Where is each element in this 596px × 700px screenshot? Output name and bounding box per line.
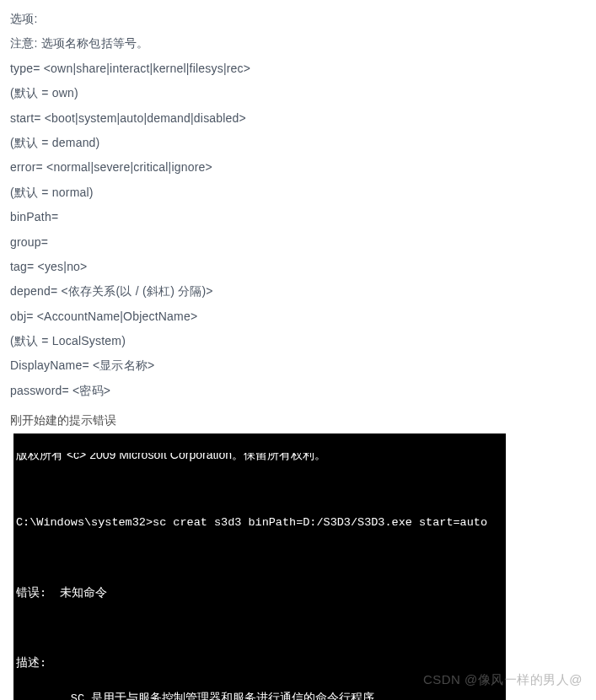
terminal-desc-label: 描述: — [13, 655, 506, 673]
terminal-blank — [13, 550, 506, 568]
option-depend: depend= <依存关系(以 / (斜杠) 分隔)> — [10, 279, 586, 304]
option-obj-default: (默认 = LocalSystem) — [10, 329, 586, 353]
terminal-cmd-line: C:\Windows\system32>sc creat s3d3 binPat… — [13, 514, 506, 532]
terminal-error: 版权所有 <c> 2009 Microsoft Corporation。保留所有… — [13, 433, 506, 700]
option-password: password= <密码> — [10, 379, 586, 403]
option-binpath: binPath= — [10, 205, 586, 229]
option-type-default: (默认 = own) — [10, 81, 586, 105]
option-error: error= <normal|severe|critical|ignore> — [10, 155, 586, 180]
terminal-blank — [13, 479, 506, 497]
options-heading: 选项: — [10, 7, 586, 31]
option-displayname: DisplayName= <显示名称> — [10, 353, 586, 378]
terminal-blank — [13, 620, 506, 638]
option-obj: obj= <AccountName|ObjectName> — [10, 304, 586, 329]
terminal-error-line: 错误: 未知命令 — [13, 585, 506, 603]
section1-label: 刚开始建的提示错误 — [10, 413, 586, 428]
option-start: start= <boot|system|auto|demand|disabled… — [10, 106, 586, 131]
option-error-default: (默认 = normal) — [10, 180, 586, 205]
terminal-desc-body: SC 是用于与服务控制管理器和服务进行通信的命令行程序。 — [13, 691, 506, 700]
option-start-default: (默认 = demand) — [10, 131, 586, 155]
option-group: group= — [10, 230, 586, 255]
options-note: 注意: 选项名称包括等号。 — [10, 31, 586, 56]
option-type: type= <own|share|interact|kernel|filesys… — [10, 57, 586, 81]
option-tag: tag= <yes|no> — [10, 255, 586, 279]
terminal-cut-line: 版权所有 <c> 2009 Microsoft Corporation。保留所有… — [16, 453, 326, 461]
